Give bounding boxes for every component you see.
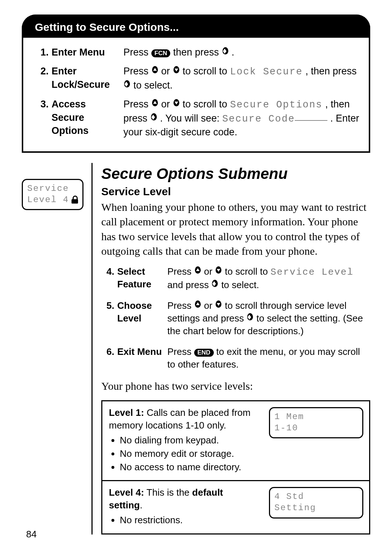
main-two-col: Service Level 4 Secure Options Submenu S… bbox=[22, 163, 370, 534]
lcd-line1: Service bbox=[27, 183, 78, 194]
down-key-icon bbox=[215, 300, 222, 311]
text: . You will see: bbox=[160, 113, 222, 124]
page: Getting to Secure Options... 1. Enter Me… bbox=[0, 0, 392, 553]
select-key-icon bbox=[246, 313, 254, 323]
up-key-icon bbox=[151, 99, 159, 109]
bullet: No memory edit or storage. bbox=[120, 447, 257, 460]
lcd-text: Secure Options bbox=[230, 99, 323, 110]
step-num: 2. bbox=[38, 65, 49, 92]
level-row: Level 1: Calls can be placed from memory… bbox=[102, 401, 369, 480]
box-body: 1. Enter Menu Press FCN then press . 2. … bbox=[22, 38, 370, 153]
text: then press bbox=[173, 47, 222, 58]
step-label: Enter Menu bbox=[52, 46, 121, 59]
text: to select. bbox=[134, 80, 173, 91]
step-label: Enter Lock/Secure bbox=[52, 65, 121, 92]
inner-steps: 4. Select Feature Press or to scroll to … bbox=[101, 265, 370, 371]
step-1: 1. Enter Menu Press FCN then press . bbox=[38, 46, 361, 59]
step-label: Select Feature bbox=[117, 265, 164, 291]
step-desc: Press or to scroll through service level… bbox=[167, 299, 370, 337]
level-description: Level 4: This is the default setting. No… bbox=[102, 481, 263, 533]
body-paragraph: When loaning your phone to others, you m… bbox=[101, 200, 370, 259]
text: . bbox=[232, 47, 234, 58]
text: or bbox=[204, 266, 215, 277]
step-2: 2. Enter Lock/Secure Press or to scroll … bbox=[38, 65, 361, 92]
phone-screen: 4 Std Setting bbox=[269, 487, 363, 518]
select-key-icon bbox=[211, 280, 219, 290]
step-num: 1. bbox=[38, 46, 49, 59]
step-num: 6. bbox=[104, 345, 114, 371]
level-bullets: No restrictions. bbox=[109, 514, 257, 527]
lcd-text: Lock Secure bbox=[230, 66, 303, 77]
service-levels-table: Level 1: Calls can be placed from memory… bbox=[101, 400, 370, 534]
step-desc: Press or to scroll to Service Level and … bbox=[167, 265, 370, 291]
text: Level 4 bbox=[27, 194, 69, 205]
step-desc: Press END to exit the menu, or you may s… bbox=[167, 345, 370, 371]
select-key-icon bbox=[222, 47, 229, 57]
down-key-icon bbox=[215, 266, 222, 276]
text: This is the bbox=[144, 487, 192, 498]
blank-underline-icon bbox=[295, 120, 327, 121]
step-num: 3. bbox=[38, 98, 49, 139]
text: , then press bbox=[305, 66, 356, 77]
down-key-icon bbox=[173, 99, 180, 109]
step-4: 4. Select Feature Press or to scroll to … bbox=[104, 265, 370, 291]
lcd-line1: 1 Mem bbox=[274, 411, 358, 422]
select-key-icon bbox=[150, 113, 158, 123]
text: Press bbox=[123, 66, 151, 77]
lcd-line2: 1-10 bbox=[274, 422, 358, 434]
left-column: Service Level 4 bbox=[22, 163, 83, 534]
level-screen-cell: 4 Std Setting bbox=[263, 481, 369, 533]
level-description: Level 1: Calls can be placed from memory… bbox=[102, 401, 263, 480]
step-num: 5. bbox=[104, 299, 114, 337]
phone-screen: 1 Mem 1-10 bbox=[269, 407, 363, 438]
text: Press bbox=[123, 47, 151, 58]
text: to select. bbox=[221, 279, 259, 290]
getting-to-secure-box: Getting to Secure Options... 1. Enter Me… bbox=[22, 15, 370, 153]
box-header: Getting to Secure Options... bbox=[22, 15, 370, 38]
text: or bbox=[204, 300, 215, 311]
down-key-icon bbox=[173, 66, 180, 76]
select-key-icon bbox=[123, 80, 131, 90]
step-desc: Press or to scroll to Lock Secure , then… bbox=[123, 65, 361, 92]
lcd-line1: 4 Std bbox=[274, 491, 358, 502]
text: Press bbox=[123, 99, 151, 110]
text: Press bbox=[167, 346, 194, 357]
level-row: Level 4: This is the default setting. No… bbox=[102, 480, 369, 533]
lcd-line2: Setting bbox=[274, 502, 358, 513]
up-key-icon bbox=[194, 300, 201, 311]
section-title: Secure Options Submenu bbox=[101, 165, 370, 183]
level-title: Level 4: bbox=[109, 487, 144, 498]
text: to scroll to bbox=[225, 266, 271, 277]
step-desc: Press FCN then press . bbox=[123, 46, 361, 59]
body-paragraph-2: Your phone has two service levels: bbox=[101, 379, 370, 394]
phone-screen: Service Level 4 bbox=[22, 179, 83, 210]
lcd-line2: Level 4 bbox=[27, 194, 78, 205]
text: . bbox=[140, 500, 142, 511]
level-screen-cell: 1 Mem 1-10 bbox=[263, 401, 369, 480]
right-column: Secure Options Submenu Service Level Whe… bbox=[91, 163, 370, 534]
bullet: No access to name directory. bbox=[120, 461, 257, 474]
text: and press bbox=[167, 279, 211, 290]
up-key-icon bbox=[151, 66, 159, 76]
lcd-text: Secure Code bbox=[222, 114, 295, 124]
end-key-icon: END bbox=[194, 349, 214, 357]
level-title: Level 1: bbox=[109, 407, 144, 418]
lock-icon bbox=[72, 196, 78, 204]
step-desc: Press or to scroll to Secure Options , t… bbox=[123, 98, 361, 139]
step-label: Exit Menu bbox=[117, 345, 164, 371]
bullet: No dialing from keypad. bbox=[120, 434, 257, 447]
step-6: 6. Exit Menu Press END to exit the menu,… bbox=[104, 345, 370, 371]
text: Press bbox=[167, 266, 194, 277]
lcd-text: Service Level bbox=[270, 267, 354, 278]
fcn-key-icon: FCN bbox=[151, 49, 171, 57]
step-label: Access Secure Options bbox=[52, 98, 121, 139]
step-num: 4. bbox=[104, 265, 114, 291]
subheading: Service Level bbox=[101, 185, 370, 198]
text: Press bbox=[167, 300, 194, 311]
bullet: No restrictions. bbox=[120, 514, 257, 527]
level-bullets: No dialing from keypad. No memory edit o… bbox=[109, 434, 257, 474]
text: to scroll to bbox=[183, 66, 230, 77]
step-5: 5. Choose Level Press or to scroll throu… bbox=[104, 299, 370, 337]
step-label: Choose Level bbox=[117, 299, 164, 337]
page-number: 84 bbox=[26, 529, 37, 540]
